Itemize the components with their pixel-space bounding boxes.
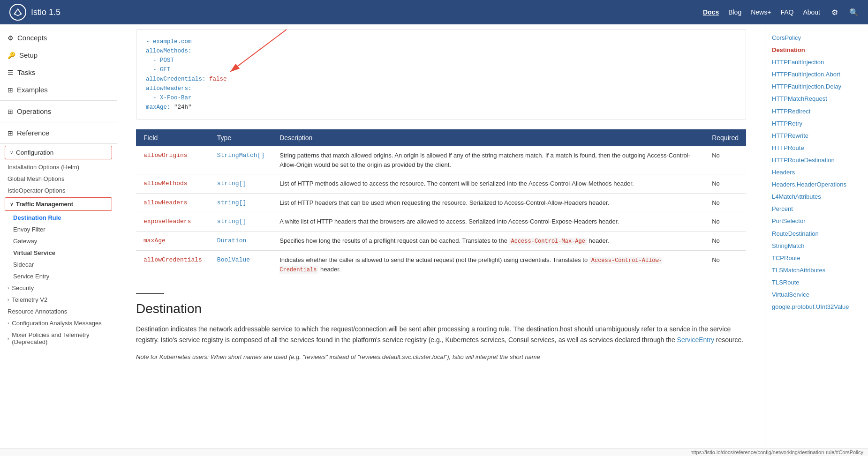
sidebar-item-security[interactable]: › Security xyxy=(0,282,117,294)
nav-about[interactable]: About xyxy=(803,8,820,16)
toc-http-route-destination[interactable]: HTTPRouteDestination xyxy=(770,154,863,166)
sidebar-divider-1 xyxy=(0,100,117,101)
sidebar-item-installation-options[interactable]: Installation Options (Helm) xyxy=(0,161,117,173)
sidebar-item-virtual-service[interactable]: Virtual Service xyxy=(0,247,117,259)
type-allow-origins: StringMatch[] xyxy=(210,146,272,174)
desc-max-age: Specifies how long the results of a pref… xyxy=(272,231,704,250)
concepts-icon: ⚙ xyxy=(8,34,14,42)
logo-area: Istio 1.5 xyxy=(9,4,60,21)
configuration-section: ∨ Configuration xyxy=(5,146,112,159)
toc-http-fault-injection[interactable]: HTTPFaultInjection xyxy=(770,56,863,68)
table-row: maxAge Duration Specifies how long the r… xyxy=(136,231,746,250)
sidebar-item-resource-annotations[interactable]: Resource Annotations xyxy=(0,306,117,317)
toc-port-selector[interactable]: PortSelector xyxy=(770,215,863,227)
toc-http-rewrite[interactable]: HTTPRewrite xyxy=(770,130,863,142)
toc-virtual-service[interactable]: VirtualService xyxy=(770,289,863,301)
toc-headers-operations[interactable]: Headers.HeaderOperations xyxy=(770,179,863,191)
toc-google-protobuf[interactable]: google.protobuf.UInt32Value xyxy=(770,301,863,313)
toc-destination[interactable]: Destination xyxy=(770,44,863,56)
type-expose-headers: string[] xyxy=(210,212,272,232)
table-row: allowMethods string[] List of HTTP metho… xyxy=(136,174,746,194)
toc-http-match-request[interactable]: HTTPMatchRequest xyxy=(770,93,863,105)
sidebar-item-tasks[interactable]: ☰ Tasks xyxy=(0,64,117,81)
telemetry-chevron: › xyxy=(8,297,9,302)
destination-body-1: Destination indicates the network addres… xyxy=(136,324,746,346)
table-row: allowHeaders string[] List of HTTP heade… xyxy=(136,193,746,212)
nav-blog[interactable]: Blog xyxy=(728,8,741,16)
nav-docs[interactable]: Docs xyxy=(703,8,719,16)
table-row: exposeHeaders string[] A white list of H… xyxy=(136,212,746,232)
traffic-management-label: Traffic Management xyxy=(16,201,73,208)
sidebar-item-operations[interactable]: ⊞ Operations xyxy=(0,103,117,120)
cors-table: Field Type Description Required allowOri… xyxy=(136,129,746,279)
toc-tls-match-attributes[interactable]: TLSMatchAttributes xyxy=(770,264,863,277)
configuration-chevron: ∨ xyxy=(10,150,13,155)
sidebar-item-configuration-analysis[interactable]: › Configuration Analysis Messages xyxy=(0,317,117,329)
field-allow-headers: allowHeaders xyxy=(136,193,210,212)
type-allow-methods: string[] xyxy=(210,174,272,194)
sidebar-item-envoy-filter[interactable]: Envoy Filter xyxy=(0,224,117,235)
logo-icon xyxy=(9,4,26,21)
req-allow-headers: No xyxy=(704,193,746,212)
nav-faq[interactable]: FAQ xyxy=(780,8,793,16)
sidebar-item-service-entry[interactable]: Service Entry xyxy=(0,270,117,282)
toc-tcp-route[interactable]: TCPRoute xyxy=(770,252,863,264)
configuration-label: Configuration xyxy=(16,149,53,156)
header: Istio 1.5 Docs Blog News+ FAQ About ⚙ 🔍 xyxy=(0,0,868,24)
service-entry-link[interactable]: ServiceEntry xyxy=(677,336,714,344)
settings-icon[interactable]: ⚙ xyxy=(831,8,838,17)
col-required: Required xyxy=(704,129,746,146)
top-nav: Docs Blog News+ FAQ About ⚙ 🔍 xyxy=(703,8,859,17)
toc-cors-policy[interactable]: CorsPolicy xyxy=(770,32,863,44)
toc-route-destination[interactable]: RouteDestination xyxy=(770,228,863,240)
toc-tls-route[interactable]: TLSRoute xyxy=(770,277,863,289)
toc-http-fault-injection-delay[interactable]: HTTPFaultInjection.Delay xyxy=(770,81,863,93)
toc-string-match[interactable]: StringMatch xyxy=(770,240,863,252)
sidebar: ⚙ Concepts 🔑 Setup ☰ Tasks ⊞ Examples ⊞ … xyxy=(0,24,117,448)
sidebar-item-destination-rule[interactable]: Destination Rule xyxy=(0,212,117,224)
sidebar-divider-2 xyxy=(0,122,117,122)
type-allow-credentials: BoolValue xyxy=(210,250,272,279)
field-expose-headers: exposeHeaders xyxy=(136,212,210,232)
configuration-header[interactable]: ∨ Configuration xyxy=(5,146,112,159)
type-max-age: Duration xyxy=(210,231,272,250)
field-allow-credentials: allowCredentials xyxy=(136,250,210,279)
sidebar-item-istiooperator[interactable]: IstioOperator Options xyxy=(0,185,117,196)
desc-allow-origins: String patterns that match allowed origi… xyxy=(272,146,704,174)
section-divider xyxy=(136,293,164,294)
sidebar-item-gateway[interactable]: Gateway xyxy=(0,235,117,247)
toc-http-fault-injection-abort[interactable]: HTTPFaultInjection.Abort xyxy=(770,68,863,81)
site-title: Istio 1.5 xyxy=(31,7,60,17)
toc-http-redirect[interactable]: HTTPRedirect xyxy=(770,105,863,118)
sidebar-item-global-mesh[interactable]: Global Mesh Options xyxy=(0,173,117,185)
sidebar-item-concepts[interactable]: ⚙ Concepts xyxy=(0,29,117,46)
traffic-management-section: ∨ Traffic Management xyxy=(5,197,112,211)
toc-percent[interactable]: Percent xyxy=(770,203,863,215)
traffic-management-chevron: ∨ xyxy=(10,202,13,207)
toc-http-route[interactable]: HTTPRoute xyxy=(770,142,863,154)
traffic-management-header[interactable]: ∨ Traffic Management xyxy=(5,198,112,210)
table-row: allowCredentials BoolValue Indicates whe… xyxy=(136,250,746,279)
sidebar-item-reference[interactable]: ⊞ Reference xyxy=(0,124,117,142)
toc-http-retry[interactable]: HTTPRetry xyxy=(770,118,863,130)
tasks-icon: ☰ xyxy=(8,69,14,76)
sidebar-item-telemetry[interactable]: › Telemetry V2 xyxy=(0,294,117,306)
operations-icon: ⊞ xyxy=(8,108,13,115)
config-analysis-chevron: › xyxy=(8,321,9,326)
sidebar-item-mixer-policies[interactable]: › Mixer Policies and Telemetry (Deprecat… xyxy=(0,329,117,348)
desc-allow-methods: List of HTTP methods allowed to access t… xyxy=(272,174,704,194)
req-allow-methods: No xyxy=(704,174,746,194)
field-allow-origins: allowOrigins xyxy=(136,146,210,174)
nav-news[interactable]: News+ xyxy=(751,8,771,16)
sidebar-divider-3 xyxy=(0,143,117,144)
toc-headers[interactable]: Headers xyxy=(770,166,863,179)
main-content: - example.com allowMethods: - POST - GET… xyxy=(117,24,765,448)
sidebar-item-sidecar[interactable]: Sidecar xyxy=(0,259,117,270)
req-allow-credentials: No xyxy=(704,250,746,279)
field-allow-methods: allowMethods xyxy=(136,174,210,194)
sidebar-item-examples[interactable]: ⊞ Examples xyxy=(0,81,117,98)
sidebar-item-setup[interactable]: 🔑 Setup xyxy=(0,46,117,64)
toc-l4-match-attributes[interactable]: L4MatchAttributes xyxy=(770,191,863,203)
search-icon[interactable]: 🔍 xyxy=(849,8,859,17)
table-header: Field Type Description Required xyxy=(136,129,746,146)
